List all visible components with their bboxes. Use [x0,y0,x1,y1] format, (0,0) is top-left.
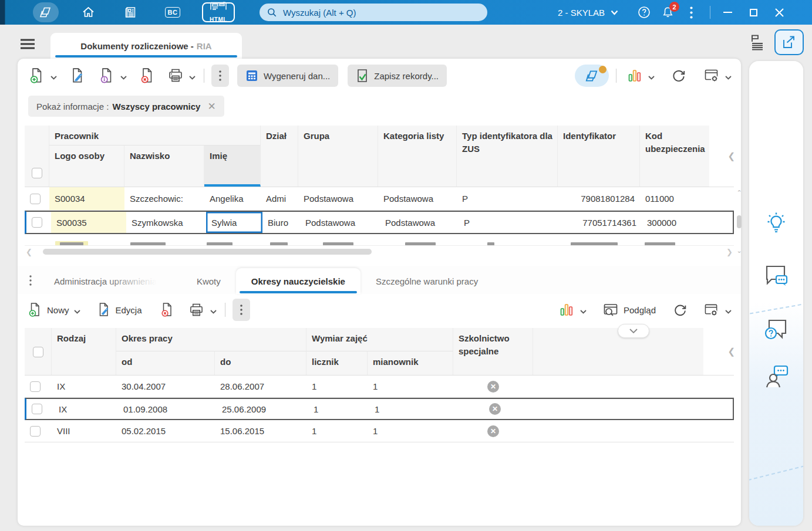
new-record-dropdown[interactable] [50,76,57,80]
bc-module-button[interactable]: BC [160,2,186,22]
cell-mianownik[interactable]: 1 [368,376,453,397]
cell-od[interactable]: 01.09.2008 [118,399,217,419]
filter-chip[interactable]: Pokaż informacje : Wszyscy pracownicy ✕ [28,96,224,117]
collapse-panel-handle[interactable] [618,324,649,338]
tab-kwoty[interactable]: Kwoty [181,268,236,294]
html-module-button[interactable]: HTML [202,2,235,22]
collapse-columns-icon[interactable]: ❮ [727,346,735,357]
task-list-button[interactable] [750,34,765,50]
help-button[interactable] [634,3,655,22]
chat-button[interactable] [763,264,789,289]
search-input[interactable] [282,7,480,18]
column-dzial[interactable]: Dział [261,126,298,187]
edit-record-button[interactable] [66,64,89,87]
row-checkbox[interactable] [32,404,42,414]
cell-logo[interactable]: S00035 [51,212,126,233]
column-group-wymiar-zajec[interactable]: Wymiar zajęć [306,328,453,351]
print-dropdown[interactable] [189,76,196,80]
scroll-left-icon[interactable]: ❮ [26,248,32,256]
cell-kod[interactable]: 011000 [640,187,709,210]
horizontal-scrollbar[interactable]: ❮ ❯ [25,247,734,256]
row-checkbox[interactable] [30,381,41,392]
tab-dokumenty-rozliczeniowe[interactable]: Dokumenty rozliczeniowe - RIA [50,33,242,59]
save-records-button[interactable]: Zapisz rekordy... [348,65,447,87]
info-record-dropdown[interactable] [120,76,127,80]
column-do[interactable]: do [215,351,306,375]
new-period-button[interactable]: Nowy [26,302,72,317]
table-row[interactable]: S00034 Szczechowic: Angelika Admi Podsta… [25,187,734,211]
preview-button[interactable]: Podgląd [601,303,658,317]
delete-period-button[interactable] [156,298,178,322]
main-menu-button[interactable] [20,39,35,49]
cell-do[interactable]: 28.06.2007 [215,376,306,397]
help-center-button[interactable] [763,318,789,343]
table-row[interactable]: IX 30.04.2007 28.06.2007 1 1 ✕ [25,376,734,398]
refresh-periods-button[interactable] [669,298,691,322]
maximize-button[interactable] [742,2,764,22]
cell-licznik[interactable]: 1 [308,399,369,419]
layers-module-button[interactable] [33,2,59,22]
periods-table-settings-button[interactable] [700,298,723,322]
cell-kategoria[interactable]: Podstawowa [380,212,459,233]
cell-rodzaj[interactable]: IX [53,399,118,419]
periods-table-settings-dropdown[interactable] [725,310,732,314]
delete-record-button[interactable] [136,64,159,87]
analysis-button[interactable] [624,64,646,87]
edit-period-button[interactable]: Edycja [95,302,144,317]
select-all-periods-checkbox[interactable] [33,347,43,357]
column-szkolnictwo-specjalne[interactable]: Szkolnictwo specjalne [453,328,533,375]
cell-licznik[interactable]: 1 [306,376,368,397]
cell-identyfikator[interactable]: 79081801284 [558,187,640,210]
cell-imie[interactable]: Angelika [204,187,261,210]
titlebar-more-button[interactable] [680,3,702,22]
cell-do[interactable]: 15.06.2015 [215,420,306,442]
row-checkbox[interactable] [32,217,42,228]
row-checkbox[interactable] [30,194,41,204]
cell-typ-id[interactable]: P [457,187,558,210]
collapse-columns-icon[interactable]: ❮ [727,151,735,161]
cell-rodzaj[interactable]: VIII [52,420,116,442]
periods-analysis-dropdown[interactable] [580,310,587,314]
cell-typ-id[interactable]: P [459,212,560,233]
new-period-dropdown[interactable] [74,310,80,314]
cell-licznik[interactable]: 1 [306,420,368,442]
periods-analysis-button[interactable] [555,298,578,322]
cell-od[interactable]: 05.02.2015 [116,420,215,442]
close-button[interactable] [768,2,790,22]
table-settings-dropdown[interactable] [725,76,732,80]
minimize-button[interactable] [716,2,739,22]
cell-logo[interactable]: S00034 [49,187,124,210]
table-row-selected[interactable]: S00035 Szymkowska Sylwia Biuro Podstawow… [25,211,734,234]
column-rodzaj[interactable]: Rodzaj [52,328,116,375]
print-periods-dropdown[interactable] [210,310,217,314]
profile-selector[interactable]: 2 - SKYLAB [558,8,618,18]
filter-remove-icon[interactable]: ✕ [207,100,215,113]
tab-okresy-nauczycielskie[interactable]: Okresy nauczycielskie [236,268,360,294]
cell-mianownik[interactable]: 1 [368,420,453,442]
column-nazwisko[interactable]: Nazwisko [124,146,204,187]
new-record-button[interactable] [26,64,48,87]
cell-kategoria[interactable]: Podstawowa [378,187,457,210]
column-kategoria-listy[interactable]: Kategoria listy [378,126,457,187]
cell-identyfikator[interactable]: 77051714361 [560,212,642,233]
table-settings-button[interactable] [700,64,723,87]
table-row[interactable]: VIII 05.02.2015 15.06.2015 1 1 ✕ [25,420,734,442]
column-imie-sorted[interactable]: Imię [204,146,261,187]
cell-mianownik[interactable]: 1 [369,399,455,419]
cell-dzial[interactable]: Biuro [262,212,300,233]
cell-dzial[interactable]: Admi [261,187,298,210]
more-period-actions-button[interactable] [233,299,250,321]
print-button[interactable] [164,64,187,87]
cell-grupa[interactable]: Podstawowa [298,187,378,210]
more-actions-button[interactable] [211,65,229,87]
column-kod-ubezpieczenia[interactable]: Kod ubezpieczenia [640,126,709,187]
cell-grupa[interactable]: Podstawowa [300,212,380,233]
consultant-button[interactable] [763,364,790,390]
tab-administracja-uprawnieniami[interactable]: Administracja uprawnieniami [39,268,181,294]
tab-szczegolne-warunki-pracy[interactable]: Szczególne warunki pracy [360,268,493,294]
select-all-checkbox[interactable] [32,168,42,178]
print-periods-button[interactable] [186,298,208,322]
scroll-right-icon[interactable]: ❯ [726,248,733,256]
suggestions-button[interactable] [764,210,789,236]
cell-do[interactable]: 25.06.2009 [217,399,308,419]
